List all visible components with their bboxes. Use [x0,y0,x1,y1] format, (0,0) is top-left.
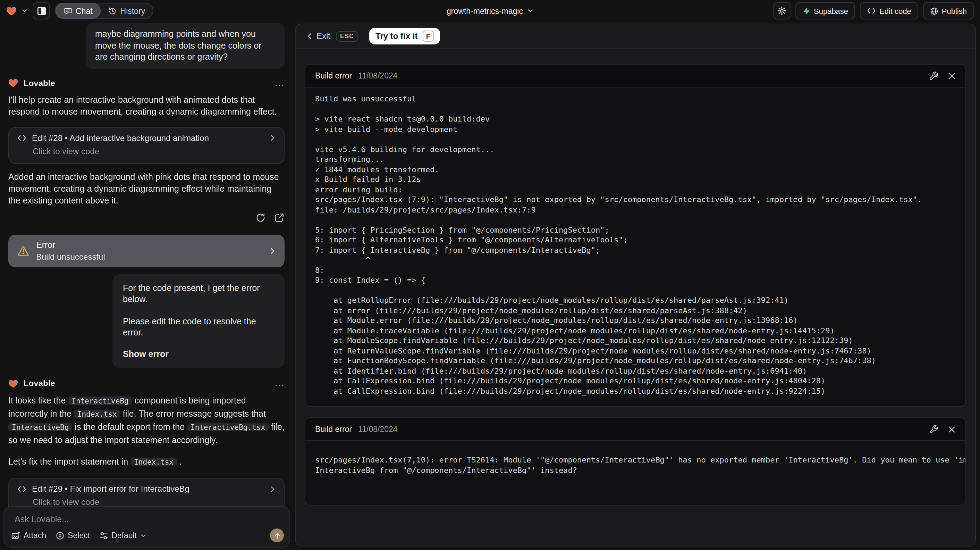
lovable-avatar-heart-icon [8,78,18,88]
header-actions: Supabase Edit code Publish [773,2,974,19]
tab-history[interactable]: History [101,3,153,19]
try-to-fix-button[interactable]: Try to fix it F [369,28,440,45]
arrow-up-icon [273,532,281,539]
assistant-header: Lovable ... [8,78,285,88]
attach-button[interactable]: Attach [11,531,46,540]
chevron-left-icon [307,33,312,40]
chevron-right-icon [269,134,275,142]
lovable-logo-heart-icon[interactable] [6,6,17,16]
attach-image-icon [11,531,20,540]
close-icon[interactable] [948,426,956,433]
model-selector[interactable]: Default [99,531,146,540]
assistant-fix-line: Let's fix the import statement in Index.… [8,456,285,469]
attach-label: Attach [24,531,46,540]
build-error-date: 11/08/2024 [358,425,397,433]
project-chevron-down-icon [527,8,533,14]
project-name: growth-metrics-magic [447,6,523,15]
assistant-name: Lovable [24,378,55,388]
chat-history-tabs: Chat History [55,3,153,19]
code-brackets-icon [18,485,26,493]
error-detail-panel: Exit ESC Try to fix it F Build error 11/… [295,24,976,547]
build-error-date: 11/08/2024 [358,72,397,80]
select-element-button[interactable]: Select [55,531,90,540]
tab-chat-label: Chat [76,6,93,15]
chat-sidebar: maybe diagramming points and when you mo… [0,22,295,550]
build-error-log-card-1: Build error 11/08/2024 Build was unsucce… [305,64,966,407]
edit-code-label: Edit code [879,6,911,15]
build-error-title: Build error [315,425,352,433]
supabase-label: Supabase [814,6,848,15]
error-card-title: Error [36,240,105,250]
error-card-subtitle: Build unsuccessful [36,252,105,261]
supabase-button[interactable]: Supabase [795,2,855,19]
history-clock-icon [109,6,117,15]
send-button[interactable] [270,528,284,542]
edit-card-subtitle: Click to view code [33,146,275,156]
warning-triangle-icon [18,245,29,256]
sidebar-panel-icon [37,6,46,16]
logo-chevron-down-icon[interactable] [22,8,28,14]
user-message-line: Please edit the code to resolve the erro… [123,316,274,338]
error-panel-toolbar: Exit ESC Try to fix it F [296,24,975,49]
edit-card-title: Edit #29 • Fix import error for Interact… [32,484,189,494]
assistant-name: Lovable [24,78,55,88]
fix-label: Try to fix it [375,31,417,41]
message-more-menu[interactable]: ... [275,80,285,86]
model-label: Default [111,531,137,540]
user-message: For the code present, I get the error be… [113,274,285,368]
edit-card-28[interactable]: Edit #28 • Add interactive background an… [8,127,285,164]
message-more-menu[interactable]: ... [275,381,285,386]
tab-chat[interactable]: Chat [56,3,101,19]
toggle-sidebar-button[interactable] [33,2,50,19]
show-error-link[interactable]: Show error [123,348,274,360]
wrench-icon[interactable] [929,425,939,434]
tab-history-label: History [121,6,145,15]
build-error-log-card-2: Build error 11/08/2024 src/pages/Index.t… [305,418,966,505]
globe-icon [930,6,939,15]
assistant-fix-text: It looks like the InteractiveBg componen… [8,394,285,447]
error-panel-content: Build error 11/08/2024 Build was unsucce… [296,49,975,505]
build-error-card[interactable]: Error Build unsuccessful [8,234,285,267]
assistant-intro-text: I'll help create an interactive backgrou… [8,94,285,118]
settings-button[interactable] [773,2,790,19]
publish-label: Publish [942,6,967,15]
edit-code-button[interactable]: Edit code [860,2,918,19]
chat-bubble-icon [64,6,72,15]
message-actions [8,212,285,223]
user-message-line: For the code present, I get the error be… [123,282,274,305]
wrench-icon[interactable] [929,71,939,80]
app: Chat History growth-metrics-magic [0,0,980,550]
supabase-bolt-icon [802,6,810,15]
code-brackets-icon [18,134,26,142]
sliders-icon [99,531,108,540]
chevron-right-icon [269,485,275,493]
exit-label: Exit [317,31,330,41]
close-icon[interactable] [948,72,956,80]
assistant-summary-text: Added an interactive background with pin… [8,171,285,207]
fix-key-hint: F [422,30,433,41]
code-brackets-icon [867,7,876,14]
assistant-header: Lovable ... [8,378,285,388]
build-error-title: Build error [315,72,352,80]
exit-button[interactable]: Exit [307,31,330,41]
select-target-icon [55,531,64,540]
edit-card-title: Edit #28 • Add interactive background an… [32,133,209,143]
user-message: maybe diagramming points and when you mo… [86,23,285,69]
publish-button[interactable]: Publish [923,2,974,19]
open-external-icon[interactable] [274,212,285,223]
chevron-right-icon [269,247,275,255]
build-error-log: src/pages/Index.tsx(7,10): error TS2614:… [305,441,966,505]
lovable-avatar-heart-icon [8,379,18,388]
project-switcher[interactable]: growth-metrics-magic [447,0,533,22]
restore-icon[interactable] [255,212,266,223]
gear-icon [777,6,786,15]
esc-key-hint: ESC [336,31,358,41]
edit-card-subtitle: Click to view code [33,497,275,507]
build-error-log: Build was unsuccessful > vite_react_shad… [305,88,966,406]
chevron-down-icon [140,532,146,539]
chat-composer: Attach Select Default [3,506,290,548]
select-label: Select [68,531,90,540]
top-header: Chat History growth-metrics-magic [0,0,980,22]
